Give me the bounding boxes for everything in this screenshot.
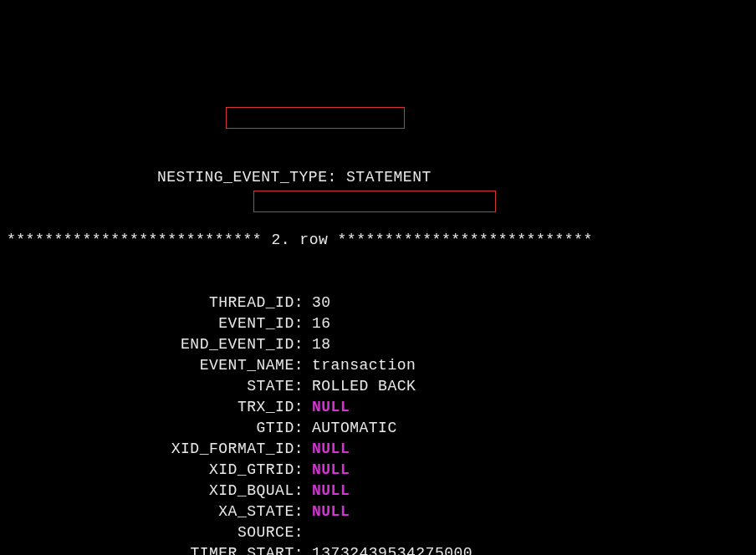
field-row: XID_BQUAL:NULL	[7, 481, 749, 502]
field-label: TRX_ID:	[7, 397, 304, 418]
field-value: 18	[304, 334, 331, 355]
field-value: NULL	[304, 502, 350, 522]
highlight-box-state	[253, 191, 496, 212]
field-label: GTID:	[7, 418, 304, 439]
field-label: EVENT_NAME:	[7, 355, 304, 376]
field-value: AUTOMATIC	[304, 418, 397, 439]
field-value: NULL	[304, 397, 350, 418]
terminal-output: NESTING_EVENT_TYPE: STATEMENT **********…	[0, 84, 756, 555]
field-list: THREAD_ID:30EVENT_ID:16END_EVENT_ID:18EV…	[7, 293, 749, 555]
partial-prev-row: NESTING_EVENT_TYPE: STATEMENT	[7, 167, 749, 188]
field-label: THREAD_ID:	[7, 293, 304, 313]
field-row: STATE:ROLLED BACK	[7, 376, 749, 397]
field-value: transaction	[304, 355, 416, 376]
field-value: NULL	[304, 481, 350, 502]
field-row: THREAD_ID:30	[7, 293, 749, 313]
field-value: 13732439534275000	[304, 543, 472, 555]
field-label: XID_FORMAT_ID:	[7, 439, 304, 460]
field-label: XID_BQUAL:	[7, 481, 304, 502]
field-label: STATE:	[7, 376, 304, 397]
field-value: ROLLED BACK	[304, 376, 416, 397]
field-label: XID_GTRID:	[7, 460, 304, 481]
field-row: XA_STATE:NULL	[7, 502, 749, 522]
highlight-box-thread-id	[226, 107, 405, 129]
field-label: EVENT_ID:	[7, 313, 304, 334]
field-row: SOURCE:	[7, 522, 749, 543]
field-label: XA_STATE:	[7, 502, 304, 522]
field-row: EVENT_ID:16	[7, 313, 749, 334]
field-row: XID_FORMAT_ID:NULL	[7, 439, 749, 460]
field-label: TIMER_START:	[7, 543, 304, 555]
field-label: SOURCE:	[7, 522, 304, 543]
field-label: END_EVENT_ID:	[7, 334, 304, 355]
field-row: TRX_ID:NULL	[7, 397, 749, 418]
field-row: TIMER_START:13732439534275000	[7, 543, 749, 555]
field-row: EVENT_NAME:transaction	[7, 355, 749, 376]
field-value: 30	[304, 293, 331, 313]
field-value: NULL	[304, 460, 350, 481]
field-row: XID_GTRID:NULL	[7, 460, 749, 481]
row-separator: *************************** 2. row *****…	[7, 230, 749, 251]
field-value: 16	[304, 313, 331, 334]
field-value: NULL	[304, 439, 350, 460]
field-row: END_EVENT_ID:18	[7, 334, 749, 355]
field-row: GTID:AUTOMATIC	[7, 418, 749, 439]
